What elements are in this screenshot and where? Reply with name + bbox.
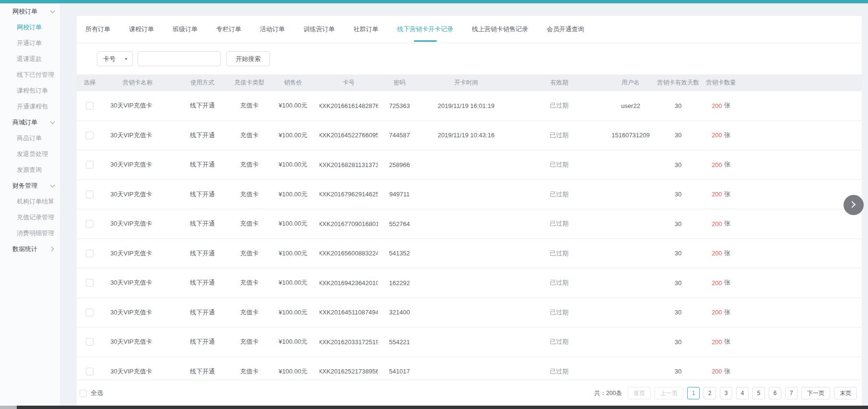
last-page-button[interactable]: 末页 <box>834 387 857 399</box>
row-checkbox[interactable] <box>86 132 94 139</box>
quantity-unit: 张 <box>724 101 730 110</box>
cell-valid-days: 30 <box>654 191 702 198</box>
cell-quantity: 200张 <box>702 101 740 110</box>
tab-所有订单[interactable]: 所有订单 <box>85 16 110 43</box>
tab-专栏订单[interactable]: 专栏订单 <box>216 16 241 43</box>
tab-班级订单[interactable]: 班级订单 <box>173 16 198 43</box>
cell-card-type: 充值卡 <box>232 160 267 169</box>
page-button-3[interactable]: 3 <box>720 387 732 399</box>
row-checkbox[interactable] <box>86 250 94 257</box>
cell-valid-days: 30 <box>654 161 702 168</box>
horizontal-scrollbar-thumb[interactable] <box>17 406 868 409</box>
sidebar-item-发票查询[interactable]: 发票查询 <box>0 162 60 178</box>
cell-name: 30天VIP充值卡 <box>103 337 173 346</box>
next-page-button[interactable]: 下一页 <box>801 387 830 399</box>
quantity-value: 200 <box>712 220 722 228</box>
cell-valid-days: 30 <box>654 338 702 346</box>
page-button-1[interactable]: 1 <box>687 387 700 399</box>
cell-validity: 已过期 <box>511 308 607 317</box>
cell-usage: 线下开通 <box>173 101 232 110</box>
card-records-table: 选择营销卡名称使用方式充值卡类型销售价卡号密码开卡时间有效期用户名营销卡有效天数… <box>77 74 862 386</box>
cell-password: 541017 <box>378 368 421 375</box>
tab-课程订单[interactable]: 课程订单 <box>129 16 154 43</box>
first-page-button[interactable]: 首页 <box>628 387 651 399</box>
sidebar-item-发退货处理[interactable]: 发退货处理 <box>0 146 60 162</box>
quantity-value: 200 <box>712 368 722 375</box>
sidebar-item-开通订单[interactable]: 开通订单 <box>0 35 60 51</box>
cell-price: ¥100.00元 <box>267 367 319 376</box>
quantity-unit: 张 <box>724 337 730 346</box>
row-checkbox[interactable] <box>86 338 94 346</box>
table-header-cell: 销售价 <box>267 79 319 87</box>
page-button-7[interactable]: 7 <box>785 387 798 399</box>
sidebar-group-数据统计[interactable]: 数据统计 <box>0 241 60 257</box>
search-input[interactable] <box>138 51 221 66</box>
sidebar-item-消费明细管理[interactable]: 消费明细管理 <box>0 225 60 241</box>
tab-社群订单[interactable]: 社群订单 <box>353 16 378 43</box>
page-button-4[interactable]: 4 <box>736 387 749 399</box>
cell-card-no: XXK20166161482876 <box>319 102 378 109</box>
cell-card-type: 充值卡 <box>232 278 267 287</box>
select-all-control[interactable]: 全选 <box>80 389 103 397</box>
cell-password: 949711 <box>378 191 421 198</box>
table-header-cell: 用户名 <box>607 79 654 87</box>
cell-card-no: XXK20165600883224 <box>319 250 378 257</box>
sidebar-item-商品订单[interactable]: 商品订单 <box>0 130 60 146</box>
sidebar-item-课程包订单[interactable]: 课程包订单 <box>0 83 60 98</box>
sidebar-item-线下已付管理[interactable]: 线下已付管理 <box>0 67 60 83</box>
sidebar-group-商城订单[interactable]: 商城订单 <box>0 114 60 130</box>
row-checkbox[interactable] <box>86 102 94 109</box>
sidebar-item-退课退款[interactable]: 退课退款 <box>0 51 60 67</box>
page-button-5[interactable]: 5 <box>752 387 765 399</box>
cell-price: ¥100.00元 <box>267 131 319 140</box>
quantity-value: 200 <box>712 132 722 139</box>
search-field-select[interactable]: 卡号 ▼ <box>97 51 133 66</box>
select-all-checkbox[interactable] <box>80 390 87 397</box>
tab-会员开通查询[interactable]: 会员开通查询 <box>547 16 584 43</box>
cell-name: 30天VIP充值卡 <box>103 367 173 376</box>
cell-name: 30天VIP充值卡 <box>103 131 173 140</box>
row-select-cell <box>77 338 103 346</box>
cell-valid-days: 30 <box>654 250 702 257</box>
quantity-value: 200 <box>712 338 722 346</box>
row-checkbox[interactable] <box>86 309 94 316</box>
table-row: 30天VIP充值卡线下开通充值卡¥100.00元XXK2016203317251… <box>77 327 862 357</box>
quantity-unit: 张 <box>724 131 730 140</box>
sidebar-group-网校订单[interactable]: 网校订单 <box>0 3 60 19</box>
sidebar-item-充值记录管理[interactable]: 充值记录管理 <box>0 209 60 225</box>
pagination: 共：200条 首页 上一页 1234567 下一页 末页 <box>594 387 857 399</box>
row-select-cell <box>77 368 103 375</box>
chevron-right-icon <box>849 201 856 208</box>
cell-validity: 已过期 <box>511 249 607 258</box>
row-checkbox[interactable] <box>86 279 94 287</box>
row-checkbox[interactable] <box>86 191 94 198</box>
cell-validity: 已过期 <box>511 337 607 346</box>
sidebar-group-财务管理[interactable]: 财务管理 <box>0 178 60 193</box>
cell-card-no: XXK20167962914625 <box>319 191 378 198</box>
cell-password: 541352 <box>378 250 421 257</box>
cell-name: 30天VIP充值卡 <box>103 249 173 258</box>
cell-password: 162292 <box>378 279 421 287</box>
sidebar-item-网校订单[interactable]: 网校订单 <box>0 19 60 35</box>
row-checkbox[interactable] <box>86 161 94 168</box>
select-arrow-icon: ▼ <box>124 57 128 60</box>
tab-活动订单[interactable]: 活动订单 <box>260 16 285 43</box>
chevron-down-icon <box>50 119 55 124</box>
cell-quantity: 200张 <box>702 131 740 140</box>
page-button-6[interactable]: 6 <box>769 387 781 399</box>
cell-card-type: 充值卡 <box>232 367 267 376</box>
sidebar-item-机构订单结算[interactable]: 机构订单结算 <box>0 193 60 209</box>
total-count-label: 共：200条 <box>594 389 622 397</box>
row-checkbox[interactable] <box>86 220 94 228</box>
prev-page-button[interactable]: 上一页 <box>655 387 683 399</box>
tab-训练营订单[interactable]: 训练营订单 <box>304 16 335 43</box>
row-checkbox[interactable] <box>86 368 94 375</box>
cell-price: ¥100.00元 <box>267 190 319 199</box>
page-button-2[interactable]: 2 <box>704 387 716 399</box>
tab-线上营销卡销售记录[interactable]: 线上营销卡销售记录 <box>472 16 528 43</box>
scroll-right-button[interactable] <box>844 195 864 215</box>
sidebar-item-开通课程包[interactable]: 开通课程包 <box>0 98 60 114</box>
select-all-label: 全选 <box>91 389 103 397</box>
search-button[interactable]: 开始搜索 <box>226 51 270 66</box>
tab-线下营销卡开卡记录[interactable]: 线下营销卡开卡记录 <box>397 16 453 43</box>
